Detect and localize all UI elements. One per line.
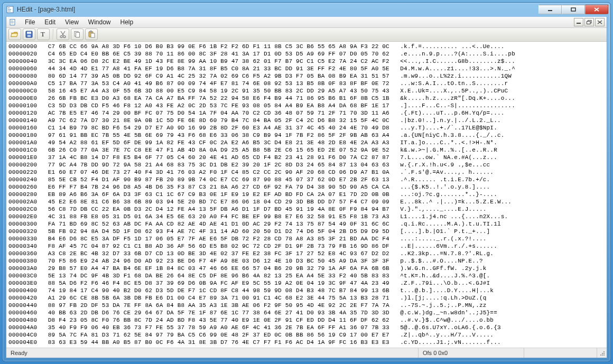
menubar: File Edit View Window Help (6, 17, 607, 28)
svg-text:T: T (41, 30, 45, 38)
window-title: HEdit - [page-3.html] (17, 6, 75, 13)
paste-button[interactable] (85, 29, 98, 40)
svg-rect-5 (571, 8, 575, 11)
menu-window[interactable]: Window (83, 17, 116, 27)
status-ready: Ready (6, 348, 419, 358)
svg-rect-28 (602, 353, 603, 354)
svg-rect-23 (91, 33, 95, 38)
svg-rect-9 (11, 23, 14, 23)
svg-rect-10 (577, 23, 581, 24)
mdi-close-button[interactable] (595, 18, 605, 26)
svg-rect-14 (27, 32, 31, 34)
svg-rect-12 (587, 21, 591, 24)
svg-rect-1 (8, 7, 10, 8)
mdi-restore-button[interactable] (584, 18, 594, 26)
svg-rect-4 (548, 10, 552, 11)
svg-rect-26 (600, 354, 601, 356)
resize-grip[interactable] (597, 348, 607, 358)
svg-rect-8 (11, 22, 14, 22)
menu-view[interactable]: View (60, 17, 83, 27)
app-icon (6, 5, 14, 14)
svg-rect-15 (27, 35, 31, 37)
copy-button[interactable] (71, 29, 83, 40)
titlebar[interactable]: HEdit - [page-3.html] (3, 3, 610, 16)
text-mode-button[interactable]: T (37, 29, 50, 40)
svg-rect-20 (76, 33, 80, 38)
svg-rect-25 (602, 354, 603, 356)
menu-file[interactable]: File (20, 17, 40, 27)
window-minimize-button[interactable] (538, 5, 562, 14)
app-window: HEdit - [page-3.html] (2, 2, 611, 362)
svg-rect-2 (8, 9, 11, 10)
open-button[interactable] (8, 29, 21, 40)
svg-rect-29 (603, 351, 605, 352)
toolbar-separator (53, 29, 53, 40)
mdi-minimize-button[interactable] (574, 18, 583, 26)
save-button[interactable] (23, 29, 35, 40)
hex-view[interactable]: 00000000 C7 6B CC 66 9A A8 3D F6 10 D6 B… (6, 42, 607, 348)
hex-dump-content: 00000000 C7 6B CC 66 9A A8 3D F6 10 D6 B… (6, 42, 607, 348)
window-maximize-button[interactable] (562, 5, 585, 14)
svg-rect-27 (603, 353, 605, 354)
status-offset: Ofs 0 0x0 (419, 348, 524, 358)
svg-point-17 (60, 36, 62, 38)
client-area: File Edit View Window Help (6, 16, 607, 358)
mdi-document-icon (8, 18, 17, 26)
window-close-button[interactable] (585, 5, 608, 14)
menu-help[interactable]: Help (116, 17, 138, 27)
status-bar: Ready Ofs 0 0x0 (6, 348, 607, 358)
svg-rect-24 (603, 354, 605, 356)
cut-button[interactable] (57, 29, 69, 40)
svg-rect-3 (8, 11, 11, 12)
svg-rect-22 (90, 31, 92, 33)
status-spacer (524, 348, 597, 358)
svg-point-18 (63, 36, 66, 38)
svg-rect-7 (11, 21, 13, 21)
toolbar: T (6, 28, 607, 42)
menu-edit[interactable]: Edit (40, 17, 60, 27)
